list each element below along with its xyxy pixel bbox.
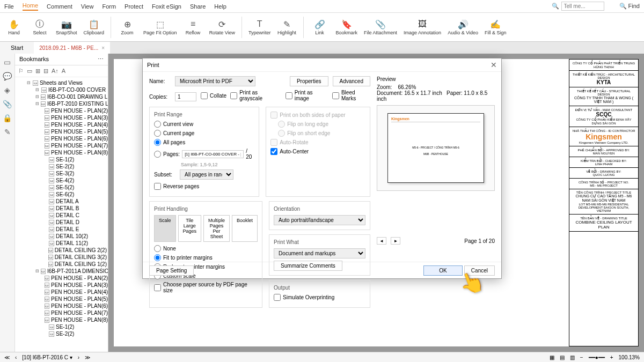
bookmark-node[interactable]: ▭PEN HOUSE - PLAN(7) [16,142,107,149]
bookmark-node[interactable]: ▭PEN HOUSE - PLAN(4) [16,289,107,295]
bookmark-node[interactable]: ▭SE-3(2) [16,170,107,177]
bookmark-node[interactable]: ▭DETAIL CEILING 2(2) [16,247,107,254]
next-page-button[interactable]: ► [391,237,400,245]
menu-view[interactable]: View [81,3,94,10]
bookmark-node[interactable]: ▭DETAIL A [16,198,107,205]
zoom-out-icon[interactable]: − [580,354,583,360]
fillsign-tool[interactable]: ✍Fill & Sign [485,19,507,35]
bookmark-node[interactable]: ▭DETAIL CEILING 1(2) [16,261,107,268]
view-mode2-icon[interactable]: ▤ [560,354,565,360]
scale-tab[interactable]: Scale [154,215,176,242]
bookmark-node[interactable]: ▭SE-4(2) [16,177,107,184]
bookmark-node[interactable]: ▭PEN HOUSE - PLAN(5) [16,295,107,302]
auto-center-checkbox[interactable] [270,148,277,155]
reflow-tool[interactable]: ≡Reflow [184,19,203,35]
bookmark-node[interactable]: ▭SE-6(2) [16,191,107,198]
select-tool[interactable]: ⒾSelect [30,19,49,35]
close-icon[interactable]: ✕ [491,61,497,69]
bookmark-node[interactable]: ⊟▭I6B-PT-CO-000 COVER [16,86,107,93]
bookmark-node[interactable]: ⊟▭I6B-PT-2011A DIMENSION LAYO [16,268,107,275]
print-what-select[interactable]: Document and markups [274,248,365,258]
attachment-tool[interactable]: 📎File Attachment [364,19,397,35]
image-annot-tool[interactable]: 🖼Image Annotation [404,19,441,35]
bookmark-node[interactable]: ▭SE-2(2) [16,163,107,170]
bookmark-node[interactable]: ▭DETAIL 11(2) [16,240,107,247]
tell-me-search[interactable]: 🔍 [552,2,604,11]
bookmark-node[interactable]: ⊟▭Sheets and Views [16,79,107,86]
bm-flag-icon[interactable]: ⚐ [18,68,24,75]
grayscale-checkbox[interactable] [230,92,237,99]
bookmark-node[interactable]: ▭PEN HOUSE - PLAN(2) [16,275,107,282]
bm-new-icon[interactable]: ▭ [27,68,32,75]
pagefit-tool[interactable]: ⬚Page Fit Option [143,19,177,35]
none-radio[interactable] [154,245,161,252]
bookmark-node[interactable]: ▭PEN HOUSE - PLAN(4) [16,121,107,128]
bookmark-node[interactable]: ▭PEN HOUSE - PLAN(3) [16,114,107,121]
bookmark-node[interactable]: ▭PEN HOUSE - PLAN(5) [16,128,107,135]
typewriter-tool[interactable]: TTypewriter [248,19,271,35]
bookmark-tool[interactable]: 🔖Bookmark [336,19,358,35]
bookmarks-tree[interactable]: ⊟▭Sheets and Views⊟▭I6B-PT-CO-000 COVER⊟… [15,77,108,352]
page-indicator[interactable]: [10] I6B-PT-2016 C ▾ [22,354,72,360]
attachments-panel-icon[interactable]: 📎 [3,100,12,108]
overprint-checkbox[interactable] [274,294,281,301]
audio-tool[interactable]: 🔊Audio & Video [448,19,478,35]
bookmark-node[interactable]: ▭DETAIL 10(2) [16,233,107,240]
layers-panel-icon[interactable]: ◈ [3,86,12,94]
comments-panel-icon[interactable]: 💬 [3,72,12,80]
link-tool[interactable]: 🔗Link [310,19,330,35]
bookmark-node[interactable]: ▭DETAIL E [16,226,107,233]
paper-source-checkbox[interactable] [154,284,161,291]
fit-radio[interactable] [154,254,161,261]
tile-tab[interactable]: Tile Large Pages [178,215,202,242]
panel-menu-icon[interactable]: ⋯ [98,56,104,63]
bookmark-node[interactable]: ▭SE-2(2) [16,330,107,337]
menu-form[interactable]: Form [102,3,116,10]
bookmark-node[interactable]: ▭PEN HOUSE - PLAN(7) [16,309,107,316]
zoom-slider[interactable]: ━━●━━ [589,354,605,360]
bm-expand-icon[interactable]: ⊞ [35,68,40,75]
bookmark-node[interactable]: ▭SE-1(2) [16,323,107,330]
bookmark-node[interactable]: ▭PEN HOUSE - PLAN(8) [16,316,107,323]
close-tab-icon[interactable]: × [101,45,105,51]
bookmark-node[interactable]: ⊟▭I6B-CO-001 DRAWING LIST [16,93,107,100]
current-view-radio[interactable] [154,121,161,128]
printer-select[interactable]: Microsoft Print to PDF [175,76,255,86]
asimage-checkbox[interactable] [286,92,292,99]
copies-input[interactable] [175,92,196,101]
last-page-icon[interactable]: ≫ [85,354,90,360]
menu-comment[interactable]: Comment [47,3,72,10]
snapshot-tool[interactable]: 📷SnapShot [56,19,77,35]
menu-esign[interactable]: Foxit eSign [152,3,181,10]
pages-radio[interactable] [154,151,161,158]
bleed-checkbox[interactable] [332,92,339,99]
view-mode-icon[interactable]: ▦ [550,354,554,360]
booklet-tab[interactable]: Booklet [232,215,258,242]
bookmark-node[interactable]: ▭PEN HOUSE - PLAN(8) [16,149,107,156]
bookmark-node[interactable]: ▭DETAIL D [16,219,107,226]
menu-help[interactable]: Help [214,3,226,10]
menu-home[interactable]: Home [23,2,38,11]
first-page-icon[interactable]: ≪ [4,354,10,360]
prev-page-icon[interactable]: ‹ [15,354,17,360]
hand-tool[interactable]: ✋Hand [4,19,24,35]
properties-button[interactable]: Properties [290,76,328,86]
signatures-panel-icon[interactable]: ✎ [3,128,12,136]
find-icon[interactable]: 🔍 Find [619,3,640,10]
search-input[interactable] [561,2,604,11]
bookmark-node[interactable]: ▭SE-1(2) [16,156,107,163]
bookmark-node[interactable]: ▭PEN HOUSE - PLAN(6) [16,135,107,142]
rotate-tool[interactable]: ⟳Rotate View [209,19,235,35]
page-setting-button[interactable]: Page Setting [149,265,194,276]
all-pages-radio[interactable] [154,139,161,146]
bookmark-node[interactable]: ▭DETAIL CEILING 3(2) [16,254,107,261]
bookmark-node[interactable]: ▭PEN HOUSE - PLAN(3) [16,282,107,289]
current-page-radio[interactable] [154,130,161,137]
zoom-in-icon[interactable]: + [610,354,613,360]
highlight-tool[interactable]: ✎Highlight [277,19,297,35]
next-page-icon[interactable]: › [78,354,79,360]
view-mode3-icon[interactable]: ▥ [570,354,575,360]
security-panel-icon[interactable]: 🔒 [3,114,12,122]
bm-collapse-icon[interactable]: ⊟ [43,68,48,75]
ok-button[interactable]: OK [423,265,462,276]
